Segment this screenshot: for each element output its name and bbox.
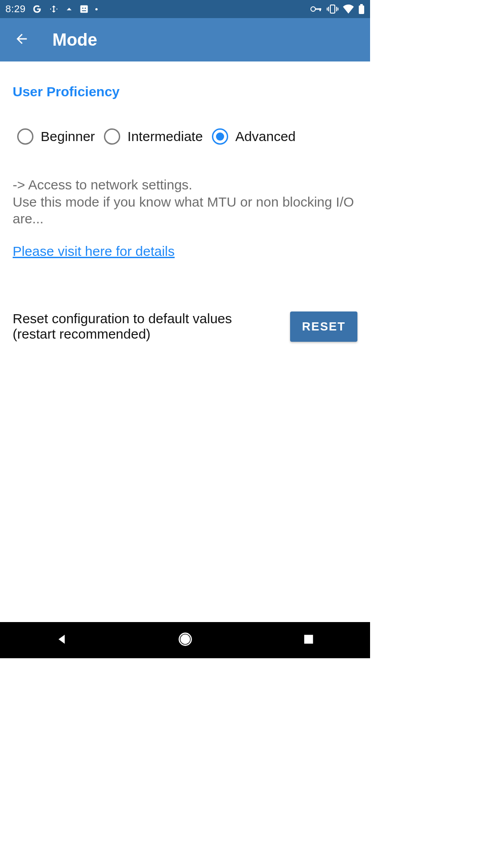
app-bar: Mode <box>0 18 370 61</box>
navigation-bar <box>0 622 370 658</box>
sync-icon <box>48 4 59 14</box>
radio-beginner[interactable]: Beginner <box>17 128 99 145</box>
status-time: 8:29 <box>5 3 26 15</box>
svg-point-4 <box>311 7 315 11</box>
svg-rect-0 <box>80 5 88 13</box>
vibrate-icon <box>327 4 338 14</box>
radio-icon <box>17 128 33 145</box>
svg-point-11 <box>181 635 189 644</box>
svg-rect-12 <box>304 635 313 644</box>
radio-label: Intermediate <box>127 129 203 144</box>
arrow-left-icon <box>14 31 29 48</box>
svg-rect-8 <box>359 5 364 14</box>
triangle-back-icon <box>55 632 69 648</box>
square-recent-icon <box>303 633 314 647</box>
radio-label: Advanced <box>235 129 296 144</box>
battery-icon <box>358 4 365 14</box>
vpn-key-icon <box>310 5 322 13</box>
content-area: User Proficiency Beginner Intermediate A… <box>0 61 370 622</box>
nav-back-button[interactable] <box>51 629 73 651</box>
svg-rect-9 <box>360 4 363 5</box>
svg-point-2 <box>84 8 86 9</box>
svg-point-1 <box>82 8 84 9</box>
nav-home-button[interactable] <box>174 629 197 651</box>
radio-label: Beginner <box>41 129 95 144</box>
status-bar: 8:29 <box>0 0 370 18</box>
radio-intermediate[interactable]: Intermediate <box>104 128 207 145</box>
reset-button[interactable]: RESET <box>290 311 357 342</box>
more-notifications-icon <box>95 8 98 10</box>
svg-rect-6 <box>319 9 321 11</box>
back-button[interactable] <box>13 31 31 49</box>
radio-icon <box>212 128 228 145</box>
svg-rect-3 <box>82 10 86 11</box>
page-title: Mode <box>52 30 97 50</box>
google-g-icon <box>32 4 42 14</box>
circle-home-icon <box>178 632 192 648</box>
details-link[interactable]: Please visit here for details <box>13 244 175 259</box>
proficiency-radio-group: Beginner Intermediate Advanced <box>13 128 357 145</box>
nav-recent-button[interactable] <box>297 629 320 651</box>
section-title: User Proficiency <box>13 84 357 99</box>
radio-icon <box>104 128 120 145</box>
wifi-icon <box>343 5 354 14</box>
mode-description: -> Access to network settings.Use this m… <box>13 176 357 227</box>
app-notification-icon <box>79 4 89 14</box>
radio-advanced[interactable]: Advanced <box>212 128 300 145</box>
reset-description: Reset configuration to default values (r… <box>13 311 277 342</box>
reset-row: Reset configuration to default values (r… <box>13 311 357 342</box>
svg-rect-7 <box>330 5 335 13</box>
chevron-up-icon <box>66 5 73 13</box>
